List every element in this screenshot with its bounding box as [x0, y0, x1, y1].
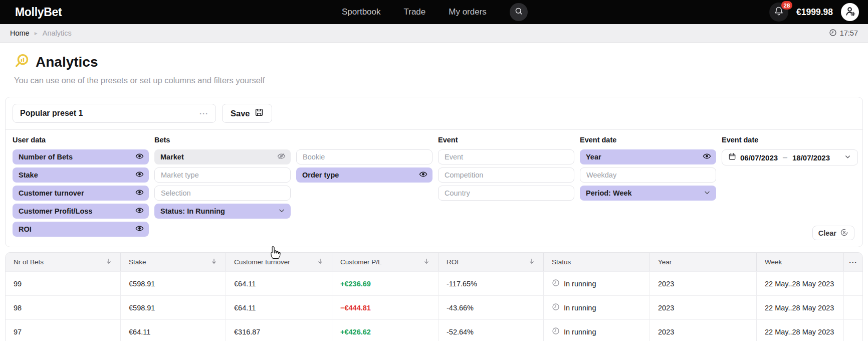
filter-chip-stake[interactable]: Stake [13, 167, 149, 183]
filter-chip-customer-turnover[interactable]: Customer turnover [13, 186, 149, 201]
chevron-down-icon [278, 207, 286, 216]
profile-button[interactable] [841, 3, 859, 21]
date-range-start: 06/07/2023 [740, 153, 778, 162]
filter-chip-customer-profit-loss[interactable]: Customer Profit/Loss [13, 204, 149, 219]
nav-item-my-orders[interactable]: My orders [449, 7, 487, 17]
filter-group-bookie: Bookie Order type [296, 136, 432, 240]
col-header-status[interactable]: Status [544, 253, 650, 271]
filter-chip-period[interactable]: Period: Week [580, 186, 716, 201]
brand-logo[interactable]: MollyBet [15, 6, 62, 19]
filter-chip-competition[interactable]: Competition [438, 167, 574, 183]
chip-label: Order type [302, 171, 419, 179]
table-row[interactable]: 97 €64.11 €316.87 +€426.62 -52.64% In ru… [6, 319, 862, 341]
col-header-customer-turnover[interactable]: Customer turnover [226, 253, 332, 271]
cell-menu [844, 320, 862, 341]
breadcrumb-home[interactable]: Home [10, 29, 30, 37]
cell-customer-pl: +€236.69 [332, 272, 439, 295]
cell-year: 2023 [650, 296, 757, 319]
eye-icon[interactable] [135, 188, 144, 198]
cell-nr-of-bets: 99 [6, 272, 121, 295]
filter-chip-roi[interactable]: ROI [13, 222, 149, 237]
chip-label: Market type [161, 171, 285, 179]
table-row[interactable]: 99 €598.91 €64.11 +€236.69 -117.65% In r… [6, 271, 862, 295]
filter-groups: User data Number of Bets Stake Customer … [6, 130, 862, 247]
preset-select[interactable]: Popular preset 1 ··· [13, 104, 216, 123]
cell-customer-turnover: €316.87 [226, 320, 332, 341]
server-time: 17:57 [829, 29, 858, 38]
cell-year: 2023 [650, 320, 757, 341]
cell-stake: €64.11 [121, 320, 226, 341]
cell-status: In running [544, 320, 650, 341]
col-header-roi[interactable]: ROI [439, 253, 544, 271]
filter-chip-year[interactable]: Year [580, 149, 716, 164]
filter-chip-market-type[interactable]: Market type [154, 167, 291, 183]
cell-customer-turnover: €64.11 [226, 296, 332, 319]
eye-icon[interactable] [419, 170, 427, 180]
col-header-year[interactable]: Year [650, 253, 757, 271]
eye-icon[interactable] [135, 206, 144, 216]
sort-down-icon[interactable] [105, 258, 112, 266]
status-label: In running [564, 280, 596, 288]
clear-icon [840, 228, 848, 238]
filter-chip-country[interactable]: Country [438, 186, 574, 201]
chip-label: Competition [445, 171, 569, 179]
cell-stake: €598.91 [121, 296, 226, 319]
clear-filters-button[interactable]: Clear [812, 226, 854, 240]
filter-group-event-date-range: Event date 06/07/2023 – 18/07/2023 [722, 136, 858, 240]
account-balance[interactable]: €1999.98 [796, 7, 833, 18]
col-label: Status [552, 258, 571, 266]
preset-menu-icon[interactable]: ··· [199, 109, 208, 118]
date-range-end: 18/07/2023 [792, 153, 830, 162]
nav-item-trade[interactable]: Trade [404, 7, 426, 17]
time-value: 17:57 [840, 29, 858, 37]
filter-chip-bookie[interactable]: Bookie [296, 149, 432, 164]
table-columns-menu[interactable]: ··· [844, 253, 862, 271]
eye-off-icon[interactable] [277, 152, 286, 162]
col-label: Year [658, 258, 672, 266]
filter-chip-weekday[interactable]: Weekday [580, 167, 716, 183]
cell-year: 2023 [650, 272, 757, 295]
cell-nr-of-bets: 98 [6, 296, 121, 319]
search-button[interactable] [510, 3, 528, 21]
notifications-button[interactable]: 28 [769, 3, 788, 22]
status-label: In running [564, 328, 596, 336]
filter-chip-market[interactable]: Market [154, 149, 291, 164]
nav-item-sportbook[interactable]: Sportbook [342, 7, 381, 17]
chip-label: Weekday [586, 171, 711, 179]
col-header-customer-pl[interactable]: Customer P/L [332, 253, 439, 271]
chevron-down-icon [703, 189, 711, 198]
sort-down-icon[interactable] [210, 258, 218, 266]
filter-chip-status[interactable]: Status: In Running [154, 204, 291, 219]
sort-down-icon[interactable] [528, 258, 535, 266]
col-header-stake[interactable]: Stake [121, 253, 226, 271]
breadcrumb-separator-icon: ▸ [35, 30, 38, 37]
sort-down-icon[interactable] [423, 258, 430, 266]
col-label: ROI [447, 258, 459, 266]
nav-right: 28 €1999.98 [769, 0, 859, 24]
cell-roi: -43.66% [439, 296, 544, 319]
chip-label: Status: In Running [160, 207, 278, 215]
eye-icon[interactable] [135, 224, 144, 234]
cell-week: 22 May..28 May 2023 [757, 296, 844, 319]
save-preset-button[interactable]: Save [222, 104, 272, 123]
date-range-separator: – [783, 153, 787, 162]
table-row[interactable]: 98 €598.91 €64.11 −€444.81 -43.66% In ru… [6, 295, 862, 319]
filter-group-title: Event [438, 136, 574, 145]
sort-down-icon[interactable] [317, 258, 324, 266]
filter-chip-order-type[interactable]: Order type [296, 167, 432, 183]
col-header-nr-of-bets[interactable]: Nr of Bets [6, 253, 121, 271]
filter-group-title [296, 136, 432, 145]
col-label: Customer turnover [234, 258, 290, 266]
eye-icon[interactable] [703, 152, 711, 162]
eye-icon[interactable] [135, 170, 144, 180]
filter-chip-event[interactable]: Event [438, 149, 574, 164]
filter-group-title: User data [13, 136, 149, 145]
date-range-picker[interactable]: 06/07/2023 – 18/07/2023 [722, 149, 858, 165]
filter-chip-number-of-bets[interactable]: Number of Bets [13, 149, 149, 164]
chip-label: Bookie [303, 153, 427, 161]
col-header-week[interactable]: Week [757, 253, 844, 271]
filter-chip-selection[interactable]: Selection [154, 186, 291, 201]
eye-icon[interactable] [135, 152, 144, 162]
cell-menu [844, 272, 862, 295]
col-label: Stake [129, 258, 146, 266]
